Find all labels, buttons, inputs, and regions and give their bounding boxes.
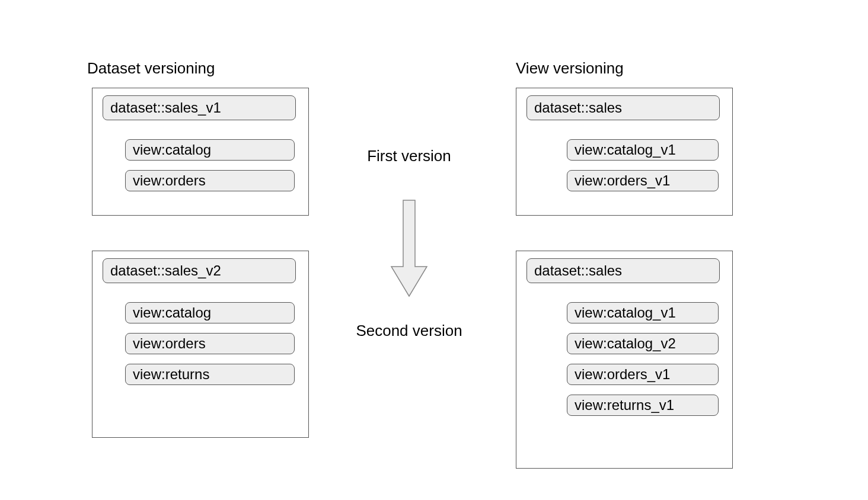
- view-chip: view:returns: [125, 364, 295, 385]
- view-chip: view:orders: [125, 333, 295, 354]
- left-box-1: dataset::sales_v1 view:catalog view:orde…: [92, 88, 309, 216]
- dataset-chip: dataset::sales: [526, 95, 720, 120]
- view-chip: view:catalog: [125, 139, 295, 161]
- center-label-second: Second version: [332, 322, 486, 340]
- arrow-down-icon: [379, 195, 439, 302]
- center-label-first: First version: [332, 147, 486, 165]
- view-chip: view:orders_v1: [567, 170, 719, 191]
- diagram-canvas: Dataset versioning View versioning datas…: [0, 0, 868, 500]
- right-column-title: View versioning: [516, 59, 624, 78]
- view-chip: view:catalog_v2: [567, 333, 719, 354]
- view-chip: view:catalog_v1: [567, 302, 719, 323]
- view-chip: view:orders_v1: [567, 364, 719, 385]
- left-box-2: dataset::sales_v2 view:catalog view:orde…: [92, 251, 309, 438]
- dataset-chip: dataset::sales_v1: [103, 95, 296, 120]
- view-chip: view:returns_v1: [567, 395, 719, 416]
- dataset-chip: dataset::sales: [526, 258, 720, 283]
- right-box-1: dataset::sales view:catalog_v1 view:orde…: [516, 88, 733, 216]
- view-chip: view:catalog: [125, 302, 295, 323]
- dataset-chip: dataset::sales_v2: [103, 258, 296, 283]
- right-box-2: dataset::sales view:catalog_v1 view:cata…: [516, 251, 733, 469]
- left-column-title: Dataset versioning: [87, 59, 215, 78]
- view-chip: view:catalog_v1: [567, 139, 719, 161]
- view-chip: view:orders: [125, 170, 295, 191]
